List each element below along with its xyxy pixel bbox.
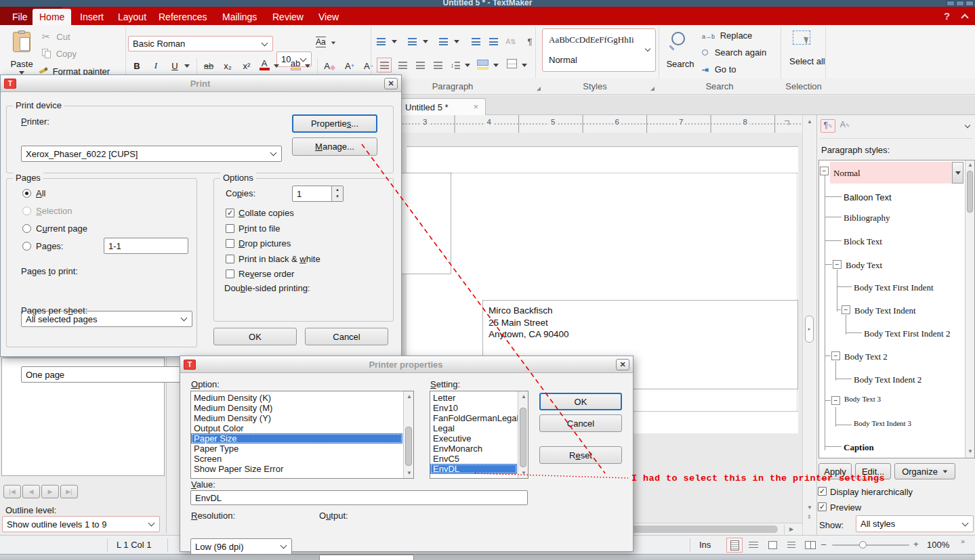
search-button[interactable]: Search [663, 30, 698, 75]
list-item[interactable]: Executive [430, 433, 517, 444]
font-color-dropdown-icon[interactable] [274, 64, 279, 68]
increase-indent-button[interactable] [485, 34, 501, 49]
tab-references[interactable]: References [152, 9, 214, 25]
list-item[interactable]: Paper Size [191, 433, 402, 444]
tree-collapse-icon[interactable]: − [833, 260, 842, 269]
edit-button[interactable]: Edit... [855, 463, 891, 479]
list-item[interactable]: Show Paper Size Error [191, 464, 402, 474]
nav-last-button[interactable]: ▶| [60, 485, 78, 498]
list-item[interactable]: Medium Density (K) [191, 393, 402, 403]
vertical-scrollbar[interactable]: ▲ ▸ ▼ ⇕ [802, 115, 816, 535]
multilevel-list-dropdown-icon[interactable] [454, 40, 459, 43]
option-scroll-thumb[interactable] [405, 427, 412, 466]
style-tree-item[interactable]: Body Text 3 [844, 395, 881, 403]
zoom-in-icon[interactable]: + [913, 539, 919, 549]
sort-button[interactable]: A⇅ [503, 34, 519, 49]
shading-dropdown-icon[interactable] [493, 64, 499, 67]
style-tree-item[interactable]: Body Text Indent 3 [854, 419, 911, 427]
reverse-order-checkbox[interactable] [226, 270, 234, 278]
close-button[interactable] [966, 1, 974, 6]
collate-checkbox[interactable] [226, 209, 234, 217]
tree-collapse-icon[interactable]: − [842, 305, 850, 314]
option-scroll-up-icon[interactable]: ▲ [407, 394, 412, 400]
numbered-list-button[interactable] [404, 34, 420, 49]
zoom-out-icon[interactable]: – [821, 539, 826, 549]
setting-scroll-down-icon[interactable]: ▼ [521, 471, 526, 476]
preview-checkbox[interactable] [818, 502, 827, 511]
outline-view-button[interactable] [783, 538, 800, 553]
print-cancel-button[interactable]: Cancel [305, 328, 388, 345]
help-icon[interactable]: ? [944, 10, 950, 22]
styles-gallery[interactable]: AaBbCcDdEeFfGgHhIi Normal [542, 28, 656, 72]
style-tree-item[interactable]: Bibliography [844, 213, 890, 223]
pages-all-radio[interactable] [22, 189, 31, 198]
resolution-select[interactable]: Low (96 dpi) [190, 538, 292, 555]
props-ok-button[interactable]: OK [539, 393, 622, 410]
tab-close-icon[interactable]: × [473, 102, 478, 112]
list-item[interactable]: FanFoldGermanLegal [430, 413, 517, 423]
numbered-list-dropdown-icon[interactable] [423, 40, 428, 43]
list-item[interactable]: Output Color [191, 423, 402, 433]
insert-mode[interactable]: Ins [699, 540, 711, 550]
bullet-list-button[interactable] [373, 34, 389, 49]
align-left-button[interactable] [377, 58, 392, 72]
list-item[interactable]: Letter [430, 393, 517, 403]
change-case-button[interactable]: Aa [316, 37, 339, 50]
style-tree-item[interactable]: Caption [844, 442, 874, 453]
organize-button[interactable]: Organize [894, 463, 955, 479]
zoom-slider-track[interactable] [832, 544, 909, 546]
clear-formatting-button[interactable]: A [321, 58, 337, 73]
manage-button[interactable]: Manage... [292, 137, 377, 156]
tab-review[interactable]: Review [266, 9, 310, 25]
setting-scroll-up-icon[interactable]: ▲ [521, 394, 526, 400]
zoom-slider-thumb[interactable] [859, 541, 867, 548]
option-scroll-down-icon[interactable]: ▼ [407, 471, 412, 476]
select-all-button[interactable]: Select all [785, 29, 824, 78]
page-view-button[interactable] [764, 538, 781, 553]
ribbon-collapse-icon[interactable] [961, 14, 968, 21]
list-item[interactable]: EnvDL [430, 464, 517, 474]
list-item[interactable]: Screen [191, 454, 402, 464]
subscript-button[interactable]: x₂ [220, 58, 236, 73]
style-tree-item[interactable]: Block Text [844, 236, 882, 247]
v-scroll-up-icon[interactable]: ▲ [807, 119, 812, 125]
highlight-button[interactable]: ab [287, 57, 304, 72]
spinner-buttons[interactable]: ▲▼ [331, 186, 343, 201]
copy-button[interactable]: Copy [42, 49, 117, 61]
align-center-button[interactable] [394, 58, 411, 72]
pages-range-input[interactable]: 1-1 [104, 238, 188, 254]
print-dialog-close-icon[interactable]: ✕ [384, 78, 398, 89]
value-input[interactable]: EnvDL [190, 490, 528, 505]
align-right-button[interactable] [412, 58, 428, 72]
output-select[interactable]: PDF [319, 555, 414, 560]
cut-button[interactable]: ✂ Cut [42, 31, 117, 43]
styles-gallery-dropdown-icon[interactable] [645, 46, 650, 51]
maximize-button[interactable] [956, 1, 964, 6]
style-tree-item[interactable]: Balloon Text [844, 192, 892, 202]
show-styles-select[interactable]: All styles [856, 515, 974, 532]
nav-prev-button[interactable]: ◀ [22, 485, 40, 498]
search-again-button[interactable]: Search again [702, 47, 790, 58]
normal-view-button[interactable] [726, 538, 743, 553]
line-spacing-dropdown-icon[interactable] [465, 64, 470, 67]
apply-button[interactable]: Apply [818, 463, 852, 479]
print-ok-button[interactable]: OK [213, 328, 297, 345]
paragraph-styles-mode-button[interactable]: ¶✎ [821, 119, 835, 133]
style-tree-item[interactable]: Body Text First Indent 2 [864, 328, 950, 339]
h-scroll-right-icon[interactable]: ▶ [789, 527, 793, 532]
drop-pictures-checkbox[interactable] [226, 239, 234, 248]
black-white-checkbox[interactable] [226, 255, 234, 263]
multilevel-list-button[interactable] [435, 34, 451, 49]
tab-insert[interactable]: Insert [73, 9, 110, 25]
style-tree-item[interactable]: Body Text Indent [854, 305, 916, 316]
list-item[interactable]: Medium Density (Y) [191, 413, 402, 423]
sender-frame[interactable] [400, 173, 451, 274]
underline-dropdown-icon[interactable] [184, 64, 190, 68]
continuous-view-button[interactable] [745, 538, 762, 553]
borders-button[interactable] [507, 59, 517, 68]
go-to-button[interactable]: ⇥ Go to [702, 64, 776, 75]
print-dialog-titlebar[interactable]: T Print ✕ [1, 75, 401, 92]
highlight-dropdown-icon[interactable] [305, 64, 310, 68]
style-tree-item[interactable]: Body Text First Indent [854, 282, 934, 293]
selected-style-dropdown[interactable] [952, 162, 963, 184]
